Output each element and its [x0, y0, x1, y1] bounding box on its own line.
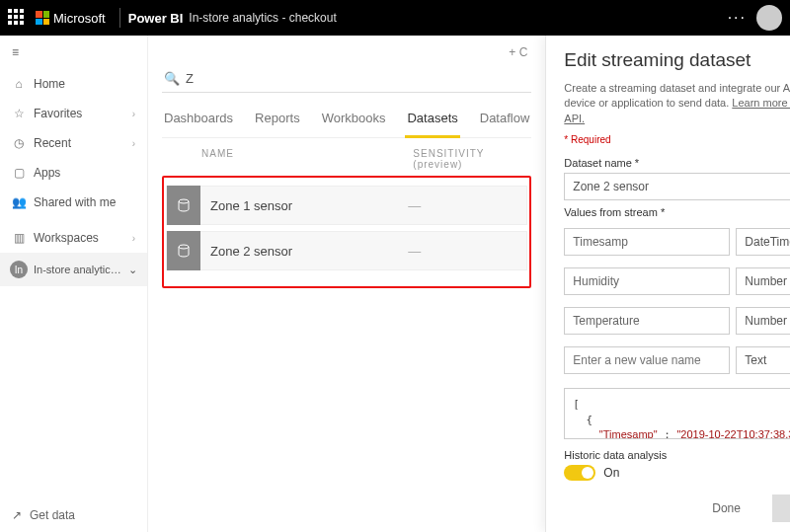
search-input[interactable] [186, 71, 529, 86]
workspace-badge-icon: In [10, 261, 28, 278]
dataset-list-highlight: Zone 1 sensor — Zone 2 sensor — [162, 176, 531, 288]
dataset-icon [167, 231, 200, 270]
content-tabs: Dashboards Reports Workbooks Datasets Da… [162, 105, 531, 138]
nav-shared[interactable]: 👥Shared with me [0, 188, 147, 217]
value-name-input[interactable] [564, 267, 730, 295]
app-launcher-icon[interactable] [8, 9, 26, 27]
nav-current-workspace[interactable]: In In-store analytics -… ⌄ [0, 253, 147, 286]
panel-title: Edit streaming dataset [564, 49, 790, 71]
home-icon: ⌂ [12, 77, 26, 91]
microsoft-logo: Microsoft [36, 11, 106, 26]
nav-label: Shared with me [34, 195, 116, 209]
nav-toggle-icon[interactable]: ≡ [0, 36, 147, 69]
value-type-select[interactable]: DateTime [736, 228, 790, 256]
dataset-name: Zone 1 sensor [210, 198, 408, 213]
edit-panel: Edit streaming dataset Create a streamin… [545, 36, 790, 532]
value-name-input[interactable] [564, 228, 730, 256]
values-label: Values from stream * [564, 206, 790, 218]
main-content: + C 🔍 Dashboards Reports Workbooks Datas… [148, 36, 545, 532]
chevron-right-icon: › [132, 138, 135, 149]
historic-state: On [603, 466, 619, 480]
dataset-row[interactable]: Zone 1 sensor — [166, 186, 527, 225]
tab-dataflows[interactable]: Dataflow [478, 105, 532, 137]
more-icon[interactable]: ··· [728, 9, 747, 27]
col-name: NAME [201, 148, 413, 170]
column-headers: NAME SENSITIVITY (preview) [162, 138, 531, 176]
nav-favorites[interactable]: ☆Favorites› [0, 99, 147, 128]
chevron-right-icon: › [132, 109, 135, 119]
dataset-icon [167, 186, 200, 225]
tab-datasets[interactable]: Datasets [405, 105, 459, 138]
tab-workbooks[interactable]: Workbooks [320, 105, 388, 137]
required-note: * Required [564, 134, 790, 145]
workspace-name: In-store analytics -… [34, 264, 122, 275]
left-nav: ≡ ⌂Home ☆Favorites› ◷Recent› ▢Apps 👥Shar… [0, 36, 148, 532]
dataset-name-input[interactable] [564, 173, 790, 200]
nav-get-data[interactable]: ↗Get data [0, 498, 147, 532]
nav-label: Apps [34, 166, 60, 180]
workspaces-icon: ▥ [12, 231, 26, 245]
tab-reports[interactable]: Reports [253, 105, 302, 137]
avatar[interactable] [756, 5, 782, 31]
nav-label: Get data [30, 508, 75, 522]
historic-toggle[interactable] [564, 465, 595, 481]
svg-point-0 [179, 199, 189, 203]
divider [119, 8, 120, 28]
historic-label: Historic data analysis [564, 449, 790, 461]
value-row: Number 🗑 [564, 267, 790, 295]
dataset-name-label: Dataset name * [564, 157, 790, 169]
top-bar: Microsoft Power BI In-store analytics - … [0, 0, 790, 36]
create-button[interactable]: + C [509, 45, 527, 59]
product-name: Power BI [128, 11, 184, 26]
clock-icon: ◷ [12, 136, 26, 150]
done-button[interactable]: Done [690, 494, 762, 522]
panel-description: Create a streaming dataset and integrate… [564, 81, 790, 126]
dataset-sensitivity: — [408, 244, 526, 259]
nav-workspaces[interactable]: ▥Workspaces› [0, 223, 147, 253]
nav-label: Home [34, 77, 65, 91]
search-row: 🔍 [162, 65, 531, 93]
nav-recent[interactable]: ◷Recent› [0, 128, 147, 158]
value-row: DateTime 🗑 [564, 228, 790, 256]
col-sensitivity: SENSITIVITY (preview) [413, 148, 531, 170]
value-name-input-new[interactable] [564, 346, 730, 374]
nav-label: Workspaces [34, 231, 99, 245]
search-icon: 🔍 [164, 71, 180, 86]
svg-point-1 [179, 245, 189, 249]
chevron-down-icon: ⌄ [128, 264, 137, 276]
value-type-select[interactable]: Number [736, 267, 790, 295]
json-preview: [ { "Timesamp" : "2019-10-22T10:37:38.36… [564, 388, 790, 439]
nav-label: Favorites [34, 107, 82, 120]
nav-label: Recent [34, 136, 71, 150]
apps-icon: ▢ [12, 166, 26, 180]
value-name-input[interactable] [564, 307, 730, 335]
value-row: Number 🗑 [564, 307, 790, 335]
tab-dashboards[interactable]: Dashboards [162, 105, 235, 137]
value-type-select[interactable]: Text [736, 346, 790, 374]
microsoft-text: Microsoft [53, 11, 106, 26]
star-icon: ☆ [12, 107, 26, 120]
value-type-select[interactable]: Number [736, 307, 790, 335]
get-data-icon: ↗ [12, 508, 22, 522]
value-row-new: Text 🗑 [564, 346, 790, 374]
breadcrumb: In-store analytics - checkout [189, 11, 336, 25]
chevron-right-icon: › [132, 233, 135, 244]
cancel-button[interactable]: Cancel [772, 494, 790, 522]
historic-toggle-row: On [564, 465, 790, 481]
shared-icon: 👥 [12, 195, 26, 209]
dataset-row[interactable]: Zone 2 sensor — [166, 231, 527, 270]
dataset-name: Zone 2 sensor [210, 244, 408, 259]
nav-apps[interactable]: ▢Apps [0, 158, 147, 188]
nav-home[interactable]: ⌂Home [0, 69, 147, 99]
dataset-sensitivity: — [408, 198, 526, 213]
